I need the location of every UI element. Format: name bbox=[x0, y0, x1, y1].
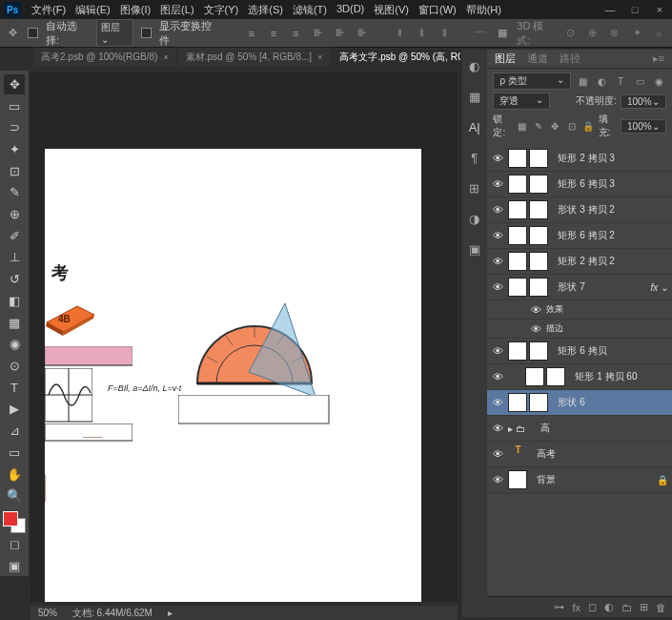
document-tab[interactable]: 高考2.psb @ 100%(RGB/8)× bbox=[33, 48, 176, 67]
visibility-icon[interactable]: 👁 bbox=[491, 448, 504, 460]
layer-row[interactable]: 👁▸ 🗀高 bbox=[487, 416, 672, 442]
menu-item[interactable]: 选择(S) bbox=[245, 3, 286, 17]
layer-row[interactable]: 👁矩形 2 拷贝 2 bbox=[487, 249, 672, 275]
zoom-level[interactable]: 50% bbox=[38, 608, 57, 618]
layer-effect-item[interactable]: 👁效果 bbox=[487, 300, 672, 320]
delete-layer-icon[interactable]: 🗑 bbox=[656, 602, 666, 613]
3d-icon[interactable]: ✦ bbox=[629, 26, 643, 41]
type-panel-icon[interactable]: A| bbox=[466, 118, 483, 135]
3d-icon[interactable]: ⊗ bbox=[607, 26, 621, 41]
lasso-tool[interactable]: ⊃ bbox=[4, 117, 25, 137]
panel-tab-layers[interactable]: 图层 bbox=[495, 52, 516, 66]
history-brush-tool[interactable]: ↺ bbox=[4, 269, 25, 289]
menu-item[interactable]: 窗口(W) bbox=[416, 3, 459, 17]
panel-tab-channels[interactable]: 通道 bbox=[527, 52, 548, 66]
layer-row[interactable]: 👁T高考 bbox=[487, 442, 672, 467]
zoom-tool[interactable]: 🔍 bbox=[4, 486, 25, 506]
fg-color[interactable] bbox=[3, 511, 18, 527]
layer-row[interactable]: 👁矩形 1 拷贝 60 bbox=[487, 364, 672, 390]
type-tool[interactable]: ▶ bbox=[4, 400, 25, 420]
visibility-icon[interactable]: 👁 bbox=[491, 281, 504, 293]
align-icon[interactable]: ⊪ bbox=[311, 26, 325, 41]
blur-tool[interactable]: ◉ bbox=[4, 334, 25, 354]
library-panel-icon[interactable]: ⊞ bbox=[466, 179, 483, 196]
path-tool[interactable]: ⊿ bbox=[4, 421, 25, 441]
layer-row[interactable]: 👁背景🔒 bbox=[487, 467, 672, 493]
close-icon[interactable]: × bbox=[317, 52, 322, 62]
layer-group-icon[interactable]: 🗀 bbox=[621, 602, 632, 613]
visibility-icon[interactable]: 👁 bbox=[491, 345, 504, 357]
kind-filter-dropdown[interactable]: ρ 类型⌄ bbox=[493, 72, 571, 90]
move-tool[interactable]: ✥ bbox=[4, 74, 25, 94]
align-icon[interactable]: ⊪ bbox=[355, 26, 369, 41]
filter-image-icon[interactable]: ▦ bbox=[575, 73, 590, 89]
close-button[interactable]: × bbox=[651, 4, 668, 15]
filter-adjust-icon[interactable]: ◐ bbox=[594, 73, 609, 89]
stamp-tool[interactable]: ⊥ bbox=[4, 248, 25, 268]
align-icon[interactable]: ≡ bbox=[244, 26, 258, 41]
visibility-icon[interactable]: 👁 bbox=[491, 397, 504, 408]
wand-tool[interactable]: ✦ bbox=[4, 139, 25, 159]
menu-item[interactable]: 文字(Y) bbox=[201, 3, 242, 17]
layer-row[interactable]: 👁矩形 6 拷贝 bbox=[487, 339, 672, 364]
canvas[interactable]: 考 4B F=BIl, a=ΔI/n, L=v·t bbox=[45, 149, 421, 602]
maximize-button[interactable]: □ bbox=[626, 4, 643, 15]
dodge-tool[interactable]: ⊙ bbox=[4, 356, 25, 376]
visibility-icon[interactable]: 👁 bbox=[529, 323, 542, 335]
visibility-icon[interactable]: 👁 bbox=[491, 230, 504, 241]
distribute-icon[interactable]: ⫴ bbox=[393, 26, 407, 41]
visibility-icon[interactable]: 👁 bbox=[491, 256, 504, 267]
visibility-icon[interactable]: 👁 bbox=[491, 371, 504, 382]
more-icon[interactable]: ⋯ bbox=[473, 26, 487, 41]
transform-checkbox[interactable] bbox=[141, 28, 152, 38]
layer-row[interactable]: 👁形状 3 拷贝 2 bbox=[487, 197, 672, 223]
gradient-tool[interactable]: ▦ bbox=[4, 313, 25, 333]
visibility-icon[interactable]: 👁 bbox=[491, 178, 504, 190]
3d-icon[interactable]: ⊙ bbox=[563, 26, 578, 41]
blend-mode-dropdown[interactable]: 穿透⌄ bbox=[493, 93, 550, 110]
menu-item[interactable]: 图像(I) bbox=[117, 3, 153, 17]
eyedropper-tool[interactable]: ✎ bbox=[4, 183, 25, 203]
color-swatch[interactable] bbox=[3, 511, 26, 533]
lock-paint-icon[interactable]: ✎ bbox=[532, 118, 544, 134]
lock-artboard-icon[interactable]: ⊡ bbox=[565, 118, 578, 134]
auto-select-dropdown[interactable]: 图层 ⌄ bbox=[96, 19, 133, 47]
heal-tool[interactable]: ⊕ bbox=[4, 204, 25, 224]
minimize-button[interactable]: — bbox=[601, 4, 619, 15]
3d-icon[interactable]: ⟐ bbox=[652, 26, 666, 41]
align-icon[interactable]: ⊪ bbox=[333, 26, 347, 41]
filter-text-icon[interactable]: T bbox=[613, 73, 628, 89]
adjustments-panel-icon[interactable]: ◑ bbox=[466, 210, 483, 227]
eraser-tool[interactable]: ◧ bbox=[4, 291, 25, 311]
distribute-icon[interactable]: ⫴ bbox=[437, 26, 451, 41]
menu-item[interactable]: 3D(D) bbox=[334, 3, 367, 17]
filter-shape-icon[interactable]: ▭ bbox=[632, 73, 647, 89]
rect-tool[interactable]: ▭ bbox=[4, 443, 25, 463]
layer-fx-icon[interactable]: fx bbox=[572, 602, 580, 613]
marquee-tool[interactable]: ▭ bbox=[4, 96, 25, 116]
mask-mode-tool[interactable]: ◻ bbox=[4, 535, 25, 555]
distribute-icon[interactable]: ⫴ bbox=[415, 26, 429, 41]
document-tab[interactable]: 素材.psd @ 50% [4, RGB/8...]× bbox=[178, 48, 331, 67]
visibility-icon[interactable]: 👁 bbox=[491, 423, 504, 434]
swatches-panel-icon[interactable]: ▦ bbox=[466, 88, 483, 105]
menu-item[interactable]: 滤镜(T) bbox=[290, 3, 330, 17]
crop-tool[interactable]: ⊡ bbox=[4, 161, 25, 181]
menu-item[interactable]: 图层(L) bbox=[157, 3, 196, 17]
align-icon[interactable]: ≡ bbox=[289, 26, 303, 41]
visibility-icon[interactable]: 👁 bbox=[491, 474, 504, 486]
visibility-icon[interactable]: 👁 bbox=[491, 153, 504, 164]
lock-all-icon[interactable]: 🔒 bbox=[581, 118, 594, 134]
fill-input[interactable]: 100%⌄ bbox=[621, 119, 666, 134]
panel-tab-paths[interactable]: 路径 bbox=[560, 52, 580, 66]
menu-item[interactable]: 视图(V) bbox=[371, 3, 412, 17]
3d-icon[interactable]: ⊕ bbox=[585, 26, 600, 41]
fx-badge[interactable]: fx ⌄ bbox=[650, 282, 668, 293]
layer-mask-icon[interactable]: ◻ bbox=[588, 601, 597, 613]
paragraph-panel-icon[interactable]: ¶ bbox=[466, 149, 483, 166]
styles-panel-icon[interactable]: ▣ bbox=[466, 240, 483, 258]
layer-effect-item[interactable]: 👁描边 bbox=[487, 320, 672, 339]
layer-row[interactable]: 👁矩形 6 拷贝 2 bbox=[487, 223, 672, 249]
layer-row[interactable]: 👁矩形 6 拷贝 3 bbox=[487, 172, 672, 197]
layer-row[interactable]: 👁形状 6 bbox=[487, 390, 672, 416]
